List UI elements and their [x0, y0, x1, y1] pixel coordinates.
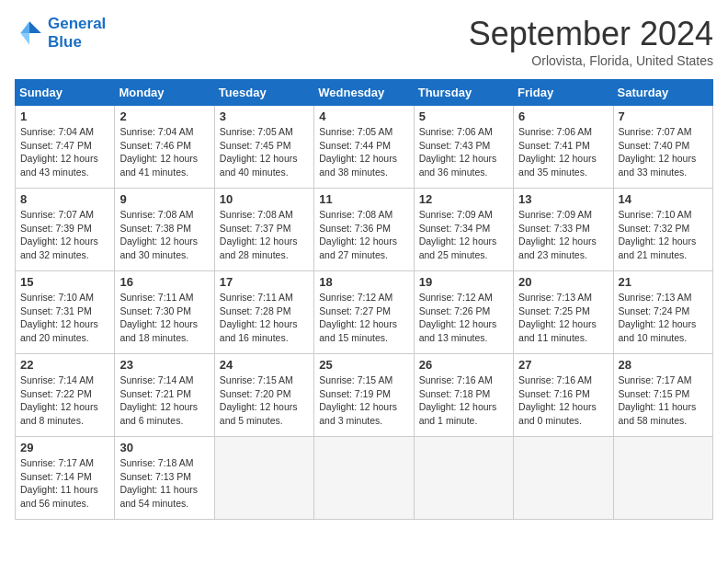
day-info: Sunrise: 7:08 AM Sunset: 7:37 PM Dayligh… — [220, 208, 309, 262]
day-info: Sunrise: 7:06 AM Sunset: 7:43 PM Dayligh… — [419, 125, 508, 179]
day-number: 27 — [518, 358, 608, 372]
location: Orlovista, Florida, United States — [469, 53, 713, 68]
day-number: 28 — [619, 358, 708, 372]
day-info: Sunrise: 7:12 AM Sunset: 7:27 PM Dayligh… — [319, 291, 408, 345]
day-number: 16 — [119, 275, 209, 289]
weekday-header-tuesday: Tuesday — [214, 80, 313, 106]
day-number: 7 — [619, 109, 708, 123]
weekday-header-saturday: Saturday — [613, 80, 712, 106]
weekday-header-friday: Friday — [514, 80, 613, 106]
month-title: September 2024 — [469, 15, 713, 53]
calendar-day: 3Sunrise: 7:05 AM Sunset: 7:45 PM Daylig… — [214, 106, 313, 189]
page-header: General Blue September 2024 Orlovista, F… — [15, 15, 713, 68]
day-number: 23 — [119, 358, 209, 372]
calendar-week-5: 29Sunrise: 7:17 AM Sunset: 7:14 PM Dayli… — [16, 437, 713, 520]
day-info: Sunrise: 7:04 AM Sunset: 7:46 PM Dayligh… — [119, 125, 209, 179]
logo-text: General Blue — [48, 15, 106, 52]
day-info: Sunrise: 7:14 AM Sunset: 7:21 PM Dayligh… — [119, 373, 209, 428]
calendar-day: 29Sunrise: 7:17 AM Sunset: 7:14 PM Dayli… — [16, 437, 115, 520]
day-number: 29 — [20, 441, 109, 454]
day-info: Sunrise: 7:16 AM Sunset: 7:18 PM Dayligh… — [419, 373, 508, 428]
day-number: 22 — [20, 358, 109, 372]
day-number: 10 — [220, 192, 309, 206]
svg-marker-0 — [29, 21, 41, 33]
day-number: 2 — [119, 109, 209, 123]
calendar-day: 8Sunrise: 7:07 AM Sunset: 7:39 PM Daylig… — [16, 189, 115, 271]
calendar-day: 9Sunrise: 7:08 AM Sunset: 7:38 PM Daylig… — [115, 189, 214, 271]
calendar-day: 18Sunrise: 7:12 AM Sunset: 7:27 PM Dayli… — [314, 271, 414, 354]
calendar-week-3: 15Sunrise: 7:10 AM Sunset: 7:31 PM Dayli… — [16, 271, 713, 354]
day-number: 1 — [20, 109, 109, 123]
calendar-day: 1Sunrise: 7:04 AM Sunset: 7:47 PM Daylig… — [16, 106, 115, 189]
calendar-day: 30Sunrise: 7:18 AM Sunset: 7:13 PM Dayli… — [115, 437, 214, 520]
day-info: Sunrise: 7:11 AM Sunset: 7:28 PM Dayligh… — [220, 291, 309, 345]
day-number: 9 — [119, 192, 209, 206]
day-number: 20 — [518, 275, 608, 289]
day-number: 11 — [319, 192, 408, 206]
calendar-day: 12Sunrise: 7:09 AM Sunset: 7:34 PM Dayli… — [414, 189, 513, 271]
day-info: Sunrise: 7:04 AM Sunset: 7:47 PM Dayligh… — [20, 125, 109, 179]
day-number: 17 — [220, 275, 309, 289]
day-number: 12 — [419, 192, 508, 206]
calendar-day: 19Sunrise: 7:12 AM Sunset: 7:26 PM Dayli… — [414, 271, 513, 354]
calendar-day — [414, 437, 513, 520]
calendar-day: 22Sunrise: 7:14 AM Sunset: 7:22 PM Dayli… — [16, 354, 115, 437]
day-info: Sunrise: 7:10 AM Sunset: 7:31 PM Dayligh… — [20, 291, 109, 345]
day-info: Sunrise: 7:05 AM Sunset: 7:44 PM Dayligh… — [319, 125, 408, 179]
weekday-header-thursday: Thursday — [414, 80, 513, 106]
svg-marker-2 — [20, 33, 29, 45]
calendar-day: 21Sunrise: 7:13 AM Sunset: 7:24 PM Dayli… — [613, 271, 712, 354]
calendar-week-2: 8Sunrise: 7:07 AM Sunset: 7:39 PM Daylig… — [16, 189, 713, 271]
day-number: 25 — [319, 358, 408, 372]
day-number: 30 — [119, 441, 209, 454]
day-info: Sunrise: 7:05 AM Sunset: 7:45 PM Dayligh… — [220, 125, 309, 179]
calendar-day: 5Sunrise: 7:06 AM Sunset: 7:43 PM Daylig… — [414, 106, 513, 189]
calendar-week-1: 1Sunrise: 7:04 AM Sunset: 7:47 PM Daylig… — [16, 106, 713, 189]
weekday-header-wednesday: Wednesday — [314, 80, 414, 106]
day-number: 14 — [619, 192, 708, 206]
calendar-day: 6Sunrise: 7:06 AM Sunset: 7:41 PM Daylig… — [514, 106, 613, 189]
day-number: 26 — [419, 358, 508, 372]
day-info: Sunrise: 7:15 AM Sunset: 7:20 PM Dayligh… — [220, 373, 309, 428]
day-info: Sunrise: 7:18 AM Sunset: 7:13 PM Dayligh… — [119, 456, 209, 511]
day-number: 13 — [518, 192, 608, 206]
weekday-header-row: SundayMondayTuesdayWednesdayThursdayFrid… — [16, 80, 713, 106]
day-info: Sunrise: 7:13 AM Sunset: 7:25 PM Dayligh… — [518, 291, 608, 345]
day-info: Sunrise: 7:14 AM Sunset: 7:22 PM Dayligh… — [20, 373, 109, 428]
day-info: Sunrise: 7:17 AM Sunset: 7:14 PM Dayligh… — [20, 456, 109, 511]
title-block: September 2024 Orlovista, Florida, Unite… — [469, 15, 713, 68]
day-info: Sunrise: 7:16 AM Sunset: 7:16 PM Dayligh… — [518, 373, 608, 428]
day-info: Sunrise: 7:13 AM Sunset: 7:24 PM Dayligh… — [619, 291, 708, 345]
day-info: Sunrise: 7:17 AM Sunset: 7:15 PM Dayligh… — [619, 373, 708, 428]
calendar-day: 15Sunrise: 7:10 AM Sunset: 7:31 PM Dayli… — [16, 271, 115, 354]
day-number: 19 — [419, 275, 508, 289]
day-number: 5 — [419, 109, 508, 123]
calendar-week-4: 22Sunrise: 7:14 AM Sunset: 7:22 PM Dayli… — [16, 354, 713, 437]
calendar-day: 10Sunrise: 7:08 AM Sunset: 7:37 PM Dayli… — [214, 189, 313, 271]
calendar-day: 20Sunrise: 7:13 AM Sunset: 7:25 PM Dayli… — [514, 271, 613, 354]
day-number: 15 — [20, 275, 109, 289]
day-info: Sunrise: 7:08 AM Sunset: 7:36 PM Dayligh… — [319, 208, 408, 262]
calendar-day: 16Sunrise: 7:11 AM Sunset: 7:30 PM Dayli… — [115, 271, 214, 354]
calendar-table: SundayMondayTuesdayWednesdayThursdayFrid… — [15, 79, 713, 520]
day-number: 24 — [220, 358, 309, 372]
day-info: Sunrise: 7:10 AM Sunset: 7:32 PM Dayligh… — [619, 208, 708, 262]
weekday-header-sunday: Sunday — [16, 80, 115, 106]
svg-marker-1 — [20, 21, 29, 33]
calendar-day: 27Sunrise: 7:16 AM Sunset: 7:16 PM Dayli… — [514, 354, 613, 437]
day-info: Sunrise: 7:15 AM Sunset: 7:19 PM Dayligh… — [319, 373, 408, 428]
day-info: Sunrise: 7:07 AM Sunset: 7:40 PM Dayligh… — [619, 125, 708, 179]
day-number: 6 — [518, 109, 608, 123]
calendar-day: 26Sunrise: 7:16 AM Sunset: 7:18 PM Dayli… — [414, 354, 513, 437]
day-info: Sunrise: 7:12 AM Sunset: 7:26 PM Dayligh… — [419, 291, 508, 345]
calendar-day — [314, 437, 414, 520]
day-info: Sunrise: 7:11 AM Sunset: 7:30 PM Dayligh… — [119, 291, 209, 345]
calendar-day: 23Sunrise: 7:14 AM Sunset: 7:21 PM Dayli… — [115, 354, 214, 437]
day-info: Sunrise: 7:09 AM Sunset: 7:33 PM Dayligh… — [518, 208, 608, 262]
calendar-day: 11Sunrise: 7:08 AM Sunset: 7:36 PM Dayli… — [314, 189, 414, 271]
day-number: 21 — [619, 275, 708, 289]
calendar-day: 7Sunrise: 7:07 AM Sunset: 7:40 PM Daylig… — [613, 106, 712, 189]
calendar-day: 24Sunrise: 7:15 AM Sunset: 7:20 PM Dayli… — [214, 354, 313, 437]
weekday-header-monday: Monday — [115, 80, 214, 106]
calendar-day: 17Sunrise: 7:11 AM Sunset: 7:28 PM Dayli… — [214, 271, 313, 354]
